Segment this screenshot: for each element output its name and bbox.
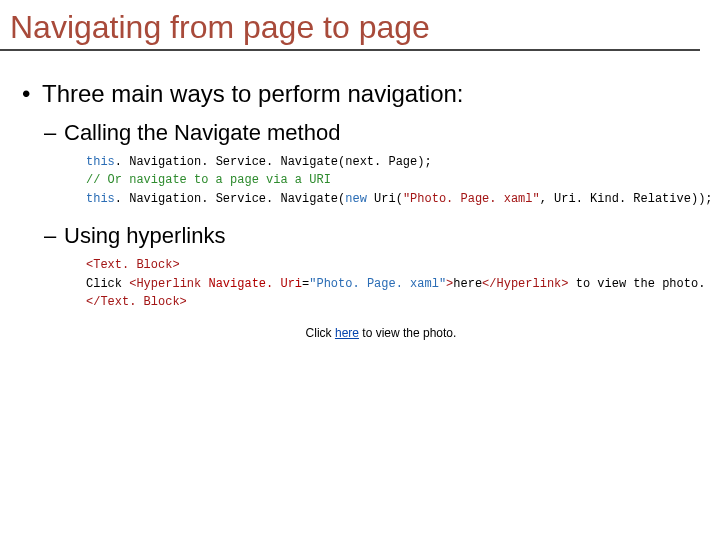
code-keyword: this (86, 155, 115, 169)
slide-title: Navigating from page to page (0, 0, 720, 49)
title-underline (0, 49, 700, 51)
code-keyword: this (86, 192, 115, 206)
code-text: , Uri. Kind. Relative)); (540, 192, 713, 206)
sub-bullet-hyperlinks: Using hyperlinks (42, 222, 720, 250)
code-text: . Navigation. Service. Navigate(next. Pa… (115, 155, 432, 169)
code-text: Uri( (367, 192, 403, 206)
code-tag: </Hyperlink> (482, 277, 568, 291)
code-keyword: new (345, 192, 367, 206)
code-block-hyperlink: <Text. Block> Click <Hyperlink Navigate.… (86, 256, 720, 312)
code-tag: </Text. Block> (86, 295, 187, 309)
rendered-sample: Click here to view the photo. (42, 326, 720, 341)
code-block-navigate: this. Navigation. Service. Navigate(next… (86, 153, 720, 209)
code-tag: <Text. Block> (86, 258, 180, 272)
code-attr: Navigate. Uri (201, 277, 302, 291)
code-comment: // Or navigate to a page via a URI (86, 173, 331, 187)
bullet-list: Three main ways to perform navigation: C… (18, 79, 720, 341)
slide: Navigating from page to page Three main … (0, 0, 720, 540)
bullet-main: Three main ways to perform navigation: C… (18, 79, 720, 341)
code-text: . Navigation. Service. Navigate( (115, 192, 345, 206)
code-text: Click (86, 277, 129, 291)
code-text: here (453, 277, 482, 291)
code-string: "Photo. Page. xaml" (403, 192, 540, 206)
bullet-main-text: Three main ways to perform navigation: (42, 80, 464, 107)
sample-hyperlink[interactable]: here (335, 326, 359, 340)
code-text: to view the photo. (569, 277, 706, 291)
code-attr-value: "Photo. Page. xaml" (309, 277, 446, 291)
sub-bullet-navigate: Calling the Navigate method (42, 119, 720, 147)
sample-text-pre: Click (306, 326, 335, 340)
sub-bullet-list: Calling the Navigate method (42, 119, 720, 147)
sub-bullet-list-2: Using hyperlinks (42, 222, 720, 250)
sample-text-post: to view the photo. (359, 326, 456, 340)
code-tag: <Hyperlink (129, 277, 201, 291)
